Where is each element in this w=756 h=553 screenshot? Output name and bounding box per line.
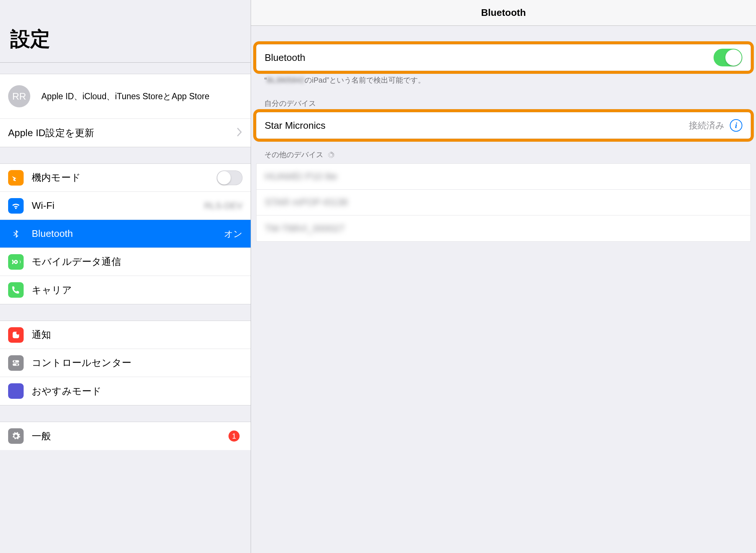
avatar: RR xyxy=(8,85,30,107)
settings-title: 設定 xyxy=(0,0,251,63)
sidebar-item-general[interactable]: 一般 1 xyxy=(0,422,251,450)
sidebar-item-wifi[interactable]: Wi-Fi RLS-DEV xyxy=(0,192,251,220)
chevron-right-icon xyxy=(237,127,243,138)
sidebar-item-bluetooth[interactable]: Bluetooth オン xyxy=(0,220,251,248)
device-name: Star Micronics xyxy=(265,120,326,131)
sidebar-item-control-center[interactable]: コントロールセンター xyxy=(0,349,251,377)
gear-icon xyxy=(8,428,24,444)
sidebar-item-airplane[interactable]: 機内モード xyxy=(0,164,251,192)
control-center-icon xyxy=(8,355,24,371)
svg-line-17 xyxy=(330,152,330,153)
bluetooth-toggle-highlight: Bluetooth xyxy=(256,44,751,71)
device-name: HUAWEI P10 lite xyxy=(265,171,337,182)
bluetooth-switch[interactable] xyxy=(714,49,742,66)
sidebar-item-carrier[interactable]: キャリア xyxy=(0,276,251,304)
device-status: 接続済み xyxy=(689,120,725,131)
svg-line-14 xyxy=(329,156,330,156)
other-devices-header: その他のデバイス xyxy=(256,139,751,163)
apple-id-update-row[interactable]: Apple ID設定を更新 xyxy=(0,119,251,147)
device-name: STAR mPOP-I0138 xyxy=(265,197,348,208)
bluetooth-value: オン xyxy=(224,228,243,240)
svg-line-8 xyxy=(333,153,334,154)
bluetooth-detail: Bluetooth Bluetooth “BL3905842のiPad”という名… xyxy=(251,0,756,553)
svg-rect-2 xyxy=(13,360,19,363)
device-name: TM-T88VI_000027 xyxy=(265,223,345,234)
wifi-value: RLS-DEV xyxy=(204,201,243,211)
general-badge: 1 xyxy=(228,431,240,442)
moon-icon xyxy=(8,383,24,399)
airplane-switch[interactable] xyxy=(217,170,243,185)
svg-line-13 xyxy=(330,156,330,157)
profile-subtitle: Apple ID、iCloud、iTunes StoreとApp Store xyxy=(41,91,209,102)
settings-sidebar: 設定 RR Apple ID、iCloud、iTunes StoreとApp S… xyxy=(0,0,251,553)
sidebar-item-notifications[interactable]: 通知 xyxy=(0,321,251,349)
svg-line-16 xyxy=(329,153,330,154)
other-device-row[interactable]: TM-T88VI_000027 xyxy=(257,215,750,241)
info-icon[interactable]: i xyxy=(730,119,742,132)
svg-line-10 xyxy=(333,156,334,156)
svg-line-7 xyxy=(332,152,333,153)
svg-rect-3 xyxy=(13,363,19,366)
phone-icon xyxy=(8,282,24,298)
other-device-row[interactable]: STAR mPOP-I0138 xyxy=(257,190,750,215)
discoverable-caption: “BL3905842のiPad”という名前で検出可能です。 xyxy=(256,71,751,87)
notification-icon xyxy=(8,327,24,343)
my-devices-header: 自分のデバイス xyxy=(256,87,751,112)
wifi-icon xyxy=(8,198,24,214)
svg-point-5 xyxy=(16,364,18,365)
bluetooth-toggle-row[interactable]: Bluetooth xyxy=(257,45,750,70)
my-device-highlight: Star Micronics 接続済み i xyxy=(256,112,751,139)
sidebar-item-cellular[interactable]: モバイルデータ通信 xyxy=(0,248,251,276)
my-device-row[interactable]: Star Micronics 接続済み i xyxy=(257,113,750,138)
airplane-icon xyxy=(8,170,24,186)
detail-title: Bluetooth xyxy=(251,0,756,26)
svg-line-11 xyxy=(332,156,333,157)
other-device-row[interactable]: HUAWEI P10 lite xyxy=(257,164,750,190)
cellular-icon xyxy=(8,254,24,270)
svg-point-1 xyxy=(16,331,20,335)
sidebar-item-dnd[interactable]: おやすみモード xyxy=(0,377,251,405)
svg-point-4 xyxy=(14,360,16,362)
apple-id-profile[interactable]: RR Apple ID、iCloud、iTunes StoreとApp Stor… xyxy=(0,74,251,119)
apple-id-update-label: Apple ID設定を更新 xyxy=(8,127,94,139)
bluetooth-icon xyxy=(8,226,24,242)
spinner-icon xyxy=(327,151,335,159)
